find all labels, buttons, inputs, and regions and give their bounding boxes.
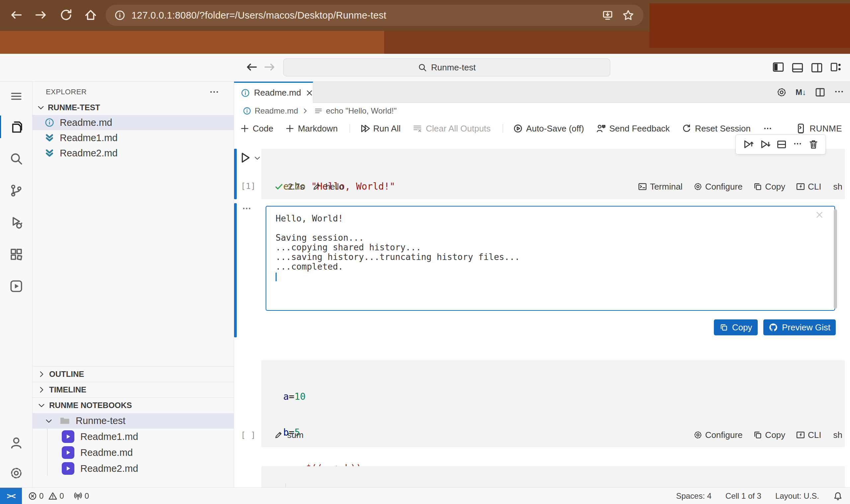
open-markdown-icon[interactable]: M↓ [796, 88, 806, 97]
output-scrollbar[interactable] [834, 209, 837, 309]
notebook-label: Readme1.md [80, 431, 138, 442]
toggle-secondary-sidebar-icon[interactable] [811, 62, 823, 74]
execute-below-icon[interactable] [759, 139, 771, 150]
auto-save-button[interactable]: Auto-Save (off) [513, 124, 584, 134]
toggle-sidebar-icon[interactable] [772, 61, 784, 74]
notebook-row-readme1[interactable]: Readme1.md [33, 429, 234, 445]
activity-bar [0, 82, 33, 487]
close-icon[interactable] [305, 89, 314, 97]
browser-theme-panel [649, 3, 850, 48]
run-options-chevron-icon[interactable] [253, 154, 261, 162]
execute-above-icon[interactable] [742, 139, 754, 150]
root-folder-label: RUNME-TEST [48, 103, 100, 112]
breadcrumb-file[interactable]: Readme.md [255, 106, 298, 115]
divider [503, 124, 503, 133]
run-all-icon [360, 124, 370, 133]
section-runme-notebooks[interactable]: RUNME NOTEBOOKS [33, 397, 234, 413]
install-app-icon[interactable] [602, 9, 614, 21]
output-focus-bar [234, 203, 237, 337]
cell-hover-toolbar [736, 134, 826, 155]
browser-back-button[interactable] [9, 8, 23, 22]
cell-more-icon[interactable] [793, 139, 802, 150]
dismiss-output-icon[interactable] [814, 210, 825, 220]
notebook-settings-gear-icon[interactable] [776, 87, 787, 97]
terminal-output[interactable]: Hello, World! Saving session... ...copyi… [266, 206, 835, 311]
runme-logo-icon [796, 123, 806, 134]
cli-action[interactable]: CLI [796, 182, 821, 192]
copy-action[interactable]: Copy [753, 182, 785, 192]
notebook-folder-row[interactable]: Runme-test [33, 413, 234, 429]
terminal-action[interactable]: Terminal [638, 182, 682, 192]
sidebar-title: EXPLORER [46, 88, 87, 96]
url-text[interactable]: 127.0.0.1:8080/?folder=/Users/macos/Desk… [131, 10, 386, 21]
cell-3-code[interactable]: greet() { echo "Hello, $1!" [283, 471, 401, 487]
pencil-icon[interactable] [312, 182, 321, 191]
tab-readme[interactable]: Readme.md [234, 82, 313, 103]
cell-position[interactable]: Cell 1 of 3 [725, 491, 761, 501]
execution-count: [ ] [241, 430, 256, 440]
browser-forward-button[interactable] [34, 8, 48, 22]
browser-reload-button[interactable] [59, 8, 73, 22]
sidebar-item-search[interactable] [0, 143, 33, 175]
account-button[interactable] [0, 427, 33, 459]
clear-all-outputs-button[interactable]: Clear All Outputs [412, 124, 490, 134]
settings-button[interactable] [0, 459, 33, 487]
cell-language[interactable]: sh [833, 430, 843, 440]
delete-cell-icon[interactable] [808, 139, 819, 150]
customize-layout-icon[interactable] [830, 61, 842, 74]
sidebar-item-explorer[interactable] [0, 111, 33, 143]
history-forward-button[interactable] [263, 60, 276, 74]
add-markdown-button[interactable]: Markdown [285, 124, 338, 134]
cell-language[interactable]: sh [833, 182, 843, 192]
breadcrumb-cell[interactable]: echo "Hello, World!" [326, 106, 397, 115]
menu-hamburger-icon[interactable] [0, 82, 33, 111]
notebook-row-readme[interactable]: Readme.md [33, 445, 234, 461]
pencil-icon[interactable] [274, 430, 283, 439]
tab-strip: Readme.md M↓ [234, 82, 850, 103]
site-info-icon[interactable] [114, 10, 126, 21]
cli-action[interactable]: CLI [796, 430, 821, 440]
toolbar-more-icon[interactable] [763, 124, 773, 133]
notebook-row-readme2[interactable]: Readme2.md [33, 461, 234, 476]
bookmark-star-icon[interactable] [622, 9, 634, 21]
split-cell-icon[interactable] [776, 139, 787, 150]
sidebar-item-runme-notebooks[interactable] [0, 270, 33, 302]
keyboard-layout[interactable]: Layout: U.S. [775, 491, 819, 501]
command-center-label: Runme-test [431, 62, 475, 73]
indent-setting[interactable]: Spaces: 4 [676, 491, 711, 501]
toggle-panel-icon[interactable] [792, 62, 803, 74]
sidebar-item-run-debug[interactable] [0, 206, 33, 238]
cell-name[interactable]: sum [287, 430, 304, 440]
notifications-bell-icon[interactable] [833, 491, 843, 501]
copy-output-button[interactable]: Copy [714, 319, 758, 335]
browser-home-button[interactable] [84, 8, 97, 22]
output-menu-dots-icon[interactable] [241, 203, 252, 215]
history-back-button[interactable] [245, 60, 258, 74]
sidebar-item-extensions[interactable] [0, 238, 33, 270]
section-outline[interactable]: OUTLINE [33, 366, 234, 382]
file-row-readme[interactable]: Readme.md [33, 115, 234, 130]
tree-section-runme-test[interactable]: RUNME-TEST [33, 100, 234, 115]
command-center-search[interactable]: Runme-test [283, 58, 610, 76]
split-editor-icon[interactable] [815, 87, 826, 97]
send-feedback-button[interactable]: Send Feedback [596, 124, 670, 134]
cell-name[interactable]: hello [325, 182, 344, 192]
preview-gist-button[interactable]: Preview Gist [763, 319, 836, 335]
sidebar-item-source-control[interactable] [0, 175, 33, 206]
remote-indicator[interactable]: >< [0, 488, 22, 504]
file-row-readme1[interactable]: Readme1.md [33, 130, 234, 145]
run-cell-button[interactable] [239, 151, 251, 164]
browser-address-bar[interactable]: 127.0.0.1:8080/?folder=/Users/macos/Desk… [106, 5, 644, 26]
file-row-readme2[interactable]: Readme2.md [33, 145, 234, 161]
more-actions-icon[interactable] [834, 87, 844, 98]
configure-action[interactable]: Configure [693, 430, 743, 440]
add-code-button[interactable]: Code [240, 124, 273, 134]
section-timeline[interactable]: TIMELINE [33, 382, 234, 397]
run-all-button[interactable]: Run All [360, 124, 400, 134]
explorer-more-actions-icon[interactable] [209, 87, 219, 98]
configure-action[interactable]: Configure [693, 182, 743, 192]
problems-indicator[interactable]: 0 0 [28, 491, 64, 501]
reset-session-button[interactable]: Reset Session [682, 124, 751, 134]
ports-indicator[interactable]: 0 [73, 491, 89, 501]
copy-action[interactable]: Copy [753, 430, 785, 440]
